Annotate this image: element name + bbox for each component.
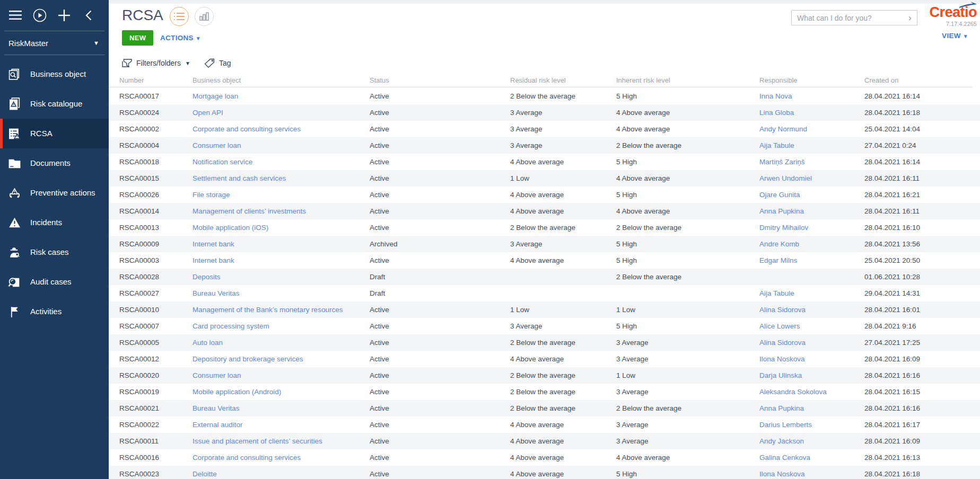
sidebar-item-audit-cases[interactable]: Audit cases [0, 267, 109, 297]
cell-business-object-link[interactable]: Deloitte [192, 470, 370, 478]
table-row[interactable]: RSCA00005 Auto loan Active 2 Below the a… [109, 334, 980, 351]
column-header-inherent-risk-level[interactable]: Inherent risk level [616, 76, 759, 84]
table-row[interactable]: RSCA00007 Card processing system Active … [109, 318, 980, 334]
column-header-status[interactable]: Status [370, 76, 510, 84]
sidebar-item-business-object[interactable]: Business object [0, 59, 109, 89]
cell-responsible-link[interactable]: Aleksandra Sokolova [759, 388, 864, 396]
column-header-residual-risk-level[interactable]: Residual risk level [510, 76, 616, 84]
cell-business-object-link[interactable]: Deposits [192, 273, 370, 281]
cell-business-object-link[interactable]: Bureau Veritas [192, 289, 370, 297]
cell-business-object-link[interactable]: Consumer loan [192, 141, 370, 149]
table-row[interactable]: RSCA00019 Mobile application (Android) A… [109, 384, 980, 400]
tag-button[interactable]: Tag [204, 58, 231, 68]
play-icon[interactable] [33, 8, 47, 22]
table-row[interactable]: RSCA00009 Internet bank Archived 3 Avera… [109, 236, 980, 252]
sidebar-item-documents[interactable]: Documents [0, 148, 109, 178]
cell-responsible-link[interactable]: Martiņš Zariņš [759, 158, 864, 166]
cell-business-object-link[interactable]: Auto loan [192, 339, 370, 347]
cell-responsible-link[interactable]: Andy Normund [759, 125, 864, 133]
cell-responsible-link[interactable]: Ilona Noskova [759, 470, 864, 478]
cell-business-object-link[interactable]: Settlement and cash services [192, 174, 370, 182]
table-row[interactable]: RSCA00024 Open API Active 3 Average 4 Ab… [109, 104, 980, 121]
table-row[interactable]: RSCA00003 Internet bank Active 4 Above a… [109, 252, 980, 269]
add-icon[interactable] [57, 8, 71, 22]
cell-business-object-link[interactable]: Issue and placement of clients’ securiti… [192, 437, 370, 445]
table-row[interactable]: RSCA00013 Mobile application (iOS) Activ… [109, 219, 980, 236]
table-row[interactable]: RSCA00004 Consumer loan Active 3 Average… [109, 137, 980, 154]
table-row[interactable]: RSCA00023 Deloitte Active 4 Above averag… [109, 466, 980, 479]
cell-business-object-link[interactable]: Open API [192, 109, 370, 117]
cell-business-object-link[interactable]: File storage [192, 191, 370, 199]
cell-business-object-link[interactable]: Corporate and consulting services [192, 454, 370, 462]
table-row[interactable]: RSCA00018 Notification service Active 4 … [109, 154, 980, 170]
cell-responsible-link[interactable]: Ilona Noskova [759, 355, 864, 363]
sidebar-item-preventive-actions[interactable]: Preventive actions [0, 178, 109, 208]
table-row[interactable]: RSCA00026 File storage Active 4 Above av… [109, 187, 980, 203]
table-row[interactable]: RSCA00021 Bureau Veritas Active 2 Below … [109, 400, 980, 416]
cell-business-object-link[interactable]: External auditor [192, 421, 370, 429]
table-row[interactable]: RSCA00012 Depository and brokerage servi… [109, 351, 980, 367]
cell-responsible-link[interactable]: Alice Lowers [759, 322, 864, 330]
view-menu[interactable]: VIEW▼ [942, 32, 968, 40]
cell-responsible-link[interactable]: Anna Pupkina [759, 207, 864, 215]
cell-responsible-link[interactable]: Ojare Gunita [759, 191, 864, 199]
cell-business-object-link[interactable]: Mortgage loan [192, 92, 370, 100]
table-row[interactable]: RSCA00002 Corporate and consulting servi… [109, 121, 980, 137]
table-row[interactable]: RSCA00028 Deposits Draft 2 Below the ave… [109, 269, 980, 285]
cell-business-object-link[interactable]: Internet bank [192, 240, 370, 248]
cell-business-object-link[interactable]: Bureau Veritas [192, 404, 370, 412]
cell-responsible-link[interactable]: Inna Nova [759, 92, 864, 100]
analytics-view-toggle[interactable] [195, 7, 214, 26]
cell-business-object-link[interactable]: Depository and brokerage services [192, 355, 370, 363]
sidebar-item-risk-cases[interactable]: Risk cases [0, 237, 109, 267]
column-header-number[interactable]: Number [119, 76, 192, 84]
cell-responsible-link[interactable]: Darja Ulinska [759, 371, 864, 379]
list-view-toggle[interactable] [170, 7, 189, 26]
table-row[interactable]: RSCA00020 Consumer loan Active 2 Below t… [109, 367, 980, 384]
cell-responsible-link[interactable]: Anna Pupkina [759, 404, 864, 412]
table-row[interactable]: RSCA00027 Bureau Veritas Draft Aija Tabu… [109, 285, 980, 301]
workplace-selector[interactable]: RiskMaster ▼ [0, 32, 109, 54]
cell-responsible-link[interactable]: Aija Tabule [759, 141, 864, 149]
cell-business-object-link[interactable]: Management of the Bank’s monetary resour… [192, 306, 370, 314]
column-header-responsible[interactable]: Responsible [759, 76, 864, 84]
cell-business-object-link[interactable]: Management of clients’ investments [192, 207, 370, 215]
filters-folders-dropdown[interactable]: Filters/folders ▼ [122, 59, 190, 68]
sidebar-item-incidents[interactable]: Incidents [0, 208, 109, 237]
sidebar-item-risk-catalogue[interactable]: Risk catalogue [0, 89, 109, 119]
cell-business-object-link[interactable]: Mobile application (iOS) [192, 224, 370, 232]
column-header-created-on[interactable]: Created on [864, 76, 973, 84]
cell-business-object-link[interactable]: Consumer loan [192, 371, 370, 379]
cell-business-object-link[interactable]: Notification service [192, 158, 370, 166]
cell-responsible-link[interactable]: Galina Cenkova [759, 454, 864, 462]
cell-responsible-link[interactable]: Edgar Milns [759, 256, 864, 264]
collapse-icon[interactable] [82, 8, 95, 22]
cell-responsible-link[interactable]: Aija Tabule [759, 289, 864, 297]
cell-responsible-link[interactable]: Dmitry Mihailov [759, 224, 864, 232]
table-row[interactable]: RSCA00015 Settlement and cash services A… [109, 170, 980, 187]
table-row[interactable]: RSCA00022 External auditor Active 4 Abov… [109, 416, 980, 433]
cell-responsible-link[interactable]: Darius Lemberts [759, 421, 864, 429]
cell-business-object-link[interactable]: Mobile application (Android) [192, 388, 370, 396]
actions-menu[interactable]: ACTIONS▼ [160, 34, 201, 42]
menu-icon[interactable] [8, 8, 22, 22]
cell-responsible-link[interactable]: Lina Globa [759, 109, 864, 117]
cell-business-object-link[interactable]: Internet bank [192, 256, 370, 264]
table-row[interactable]: RSCA00011 Issue and placement of clients… [109, 433, 980, 449]
new-button[interactable]: NEW [122, 30, 153, 46]
cell-responsible-link[interactable]: Andy Jackson [759, 437, 864, 445]
table-row[interactable]: RSCA00010 Management of the Bank’s monet… [109, 301, 980, 318]
table-row[interactable]: RSCA00014 Management of clients’ investm… [109, 203, 980, 219]
cell-business-object-link[interactable]: Card processing system [192, 322, 370, 330]
cell-business-object-link[interactable]: Corporate and consulting services [192, 125, 370, 133]
table-row[interactable]: RSCA00017 Mortgage loan Active 2 Below t… [109, 88, 980, 104]
cell-responsible-link[interactable]: Andre Komb [759, 240, 864, 248]
cell-responsible-link[interactable]: Alina Sidorova [759, 339, 864, 347]
table-row[interactable]: RSCA00016 Corporate and consulting servi… [109, 449, 980, 466]
sidebar-item-rcsa[interactable]: RCSA [0, 119, 109, 148]
cell-responsible-link[interactable]: Arwen Undomiel [759, 174, 864, 182]
search-input[interactable] [792, 14, 903, 22]
cell-responsible-link[interactable]: Alina Sidorova [759, 306, 864, 314]
sidebar-item-activities[interactable]: Activities [0, 297, 109, 326]
search-submit-icon[interactable]: › [903, 13, 917, 23]
